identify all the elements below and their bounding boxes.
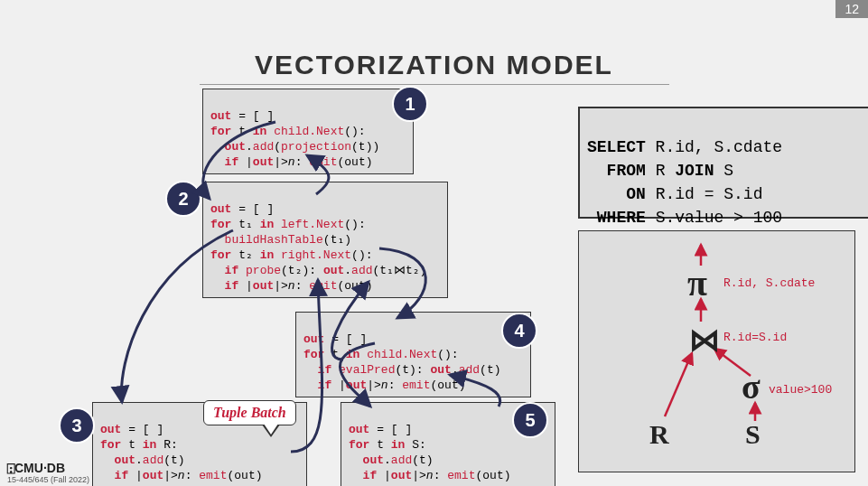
badge-4: 4 bbox=[501, 313, 537, 349]
op-select: σ bbox=[742, 367, 761, 407]
sql-box: SELECT R.id, S.cdate FROM R JOIN S ON R.… bbox=[578, 107, 868, 219]
rel-S: S bbox=[745, 419, 761, 450]
op-join-label: R.id=S.id bbox=[723, 331, 787, 344]
svg-line-2 bbox=[665, 353, 692, 416]
op-select-label: value>100 bbox=[769, 383, 832, 397]
speech-tuple-batch: Tuple Batch bbox=[203, 400, 296, 425]
badge-5: 5 bbox=[512, 402, 548, 438]
logo: ⍠CMU·DB bbox=[7, 463, 65, 473]
slide-number: 12 bbox=[835, 0, 868, 18]
codebox-4: out = [ ] for t in child.Next(): if eval… bbox=[295, 312, 531, 397]
codebox-1: out = [ ] for t in child.Next(): out.add… bbox=[202, 89, 414, 174]
rel-R: R bbox=[649, 419, 669, 450]
codebox-2: out = [ ] for t₁ in left.Next(): buildHa… bbox=[202, 182, 448, 298]
page-title: VECTORIZATION MODEL bbox=[0, 50, 868, 85]
op-project: π bbox=[687, 262, 707, 304]
op-project-label: R.id, S.cdate bbox=[723, 276, 815, 290]
badge-2: 2 bbox=[165, 181, 201, 217]
footer: 15-445/645 (Fall 2022) bbox=[7, 475, 89, 484]
query-tree: π R.id, S.cdate ⋈ R.id=S.id σ value>100 … bbox=[578, 230, 855, 472]
badge-3: 3 bbox=[59, 407, 95, 444]
speech-tail bbox=[262, 425, 280, 437]
badge-1: 1 bbox=[392, 86, 428, 122]
op-join: ⋈ bbox=[689, 322, 720, 358]
